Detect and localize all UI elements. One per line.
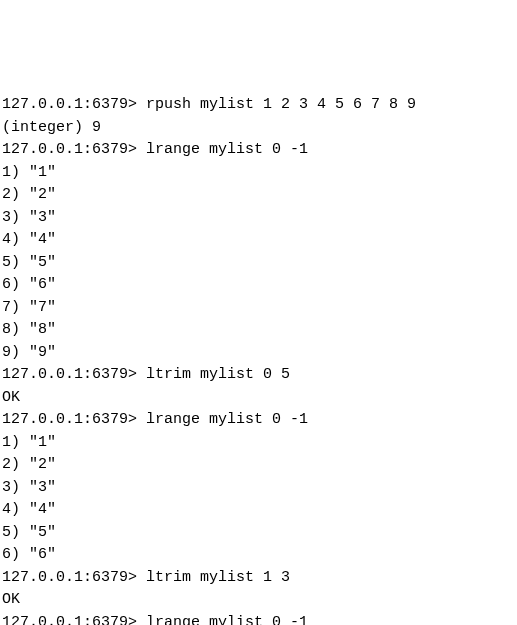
output-line: 7) "7" — [2, 297, 515, 320]
output-line: 5) "5" — [2, 252, 515, 275]
command-line: 127.0.0.1:6379> lrange mylist 0 -1 — [2, 409, 515, 432]
command-input: ltrim mylist 0 5 — [146, 366, 290, 383]
output-line: 3) "3" — [2, 207, 515, 230]
output-line: OK — [2, 589, 515, 612]
command-line: 127.0.0.1:6379> lrange mylist 0 -1 — [2, 139, 515, 162]
output-line: 4) "4" — [2, 499, 515, 522]
output-line: OK — [2, 387, 515, 410]
output-line: 1) "1" — [2, 432, 515, 455]
command-input: rpush mylist 1 2 3 4 5 6 7 8 9 — [146, 96, 416, 113]
prompt: 127.0.0.1:6379> — [2, 569, 137, 586]
output-line: 3) "3" — [2, 477, 515, 500]
output-line: 8) "8" — [2, 319, 515, 342]
output-line: 5) "5" — [2, 522, 515, 545]
prompt: 127.0.0.1:6379> — [2, 96, 137, 113]
output-line: (integer) 9 — [2, 117, 515, 140]
output-line: 9) "9" — [2, 342, 515, 365]
output-line: 1) "1" — [2, 162, 515, 185]
prompt: 127.0.0.1:6379> — [2, 141, 137, 158]
output-line: 4) "4" — [2, 229, 515, 252]
terminal-output[interactable]: 127.0.0.1:6379> rpush mylist 1 2 3 4 5 6… — [2, 94, 515, 625]
prompt: 127.0.0.1:6379> — [2, 411, 137, 428]
output-line: 6) "6" — [2, 544, 515, 567]
command-line: 127.0.0.1:6379> lrange mylist 0 -1 — [2, 612, 515, 626]
command-line: 127.0.0.1:6379> ltrim mylist 0 5 — [2, 364, 515, 387]
command-input: lrange mylist 0 -1 — [146, 141, 308, 158]
output-line: 2) "2" — [2, 454, 515, 477]
command-input: ltrim mylist 1 3 — [146, 569, 290, 586]
command-input: lrange mylist 0 -1 — [146, 614, 308, 626]
prompt: 127.0.0.1:6379> — [2, 614, 137, 626]
command-input: lrange mylist 0 -1 — [146, 411, 308, 428]
command-line: 127.0.0.1:6379> rpush mylist 1 2 3 4 5 6… — [2, 94, 515, 117]
prompt: 127.0.0.1:6379> — [2, 366, 137, 383]
output-line: 2) "2" — [2, 184, 515, 207]
command-line: 127.0.0.1:6379> ltrim mylist 1 3 — [2, 567, 515, 590]
output-line: 6) "6" — [2, 274, 515, 297]
